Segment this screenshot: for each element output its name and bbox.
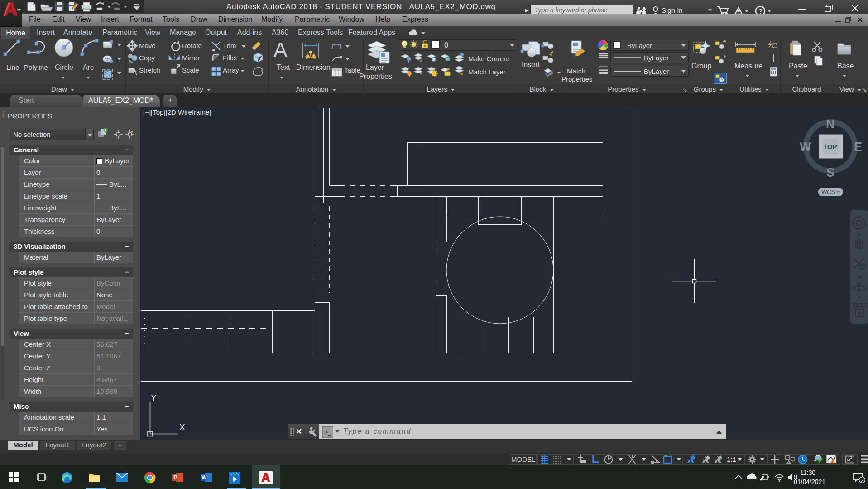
svg-text:N: N	[826, 117, 835, 131]
svg-text:Y: Y	[151, 393, 157, 402]
svg-text:W: W	[201, 474, 207, 481]
svg-text:2: 2	[861, 478, 863, 483]
svg-text:0: 0	[444, 41, 448, 49]
svg-text:ByLayer: ByLayer	[627, 42, 652, 49]
svg-text:A: A	[273, 39, 288, 62]
svg-text:W: W	[800, 140, 811, 154]
svg-text:ByLayer: ByLayer	[644, 54, 669, 62]
svg-text:ByLayer: ByLayer	[644, 68, 669, 75]
svg-text:MODEL: MODEL	[511, 455, 535, 463]
svg-text:E: E	[854, 140, 862, 154]
svg-text:1:1: 1:1	[727, 455, 736, 463]
svg-text:X: X	[179, 422, 185, 432]
svg-text:P: P	[173, 474, 177, 481]
svg-text:S: S	[826, 166, 834, 178]
svg-text:TOP: TOP	[823, 143, 837, 150]
